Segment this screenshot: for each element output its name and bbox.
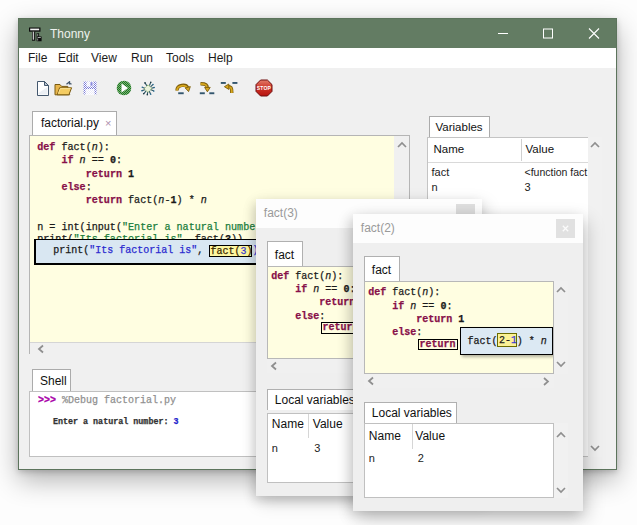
svg-text:STOP: STOP (257, 84, 272, 90)
